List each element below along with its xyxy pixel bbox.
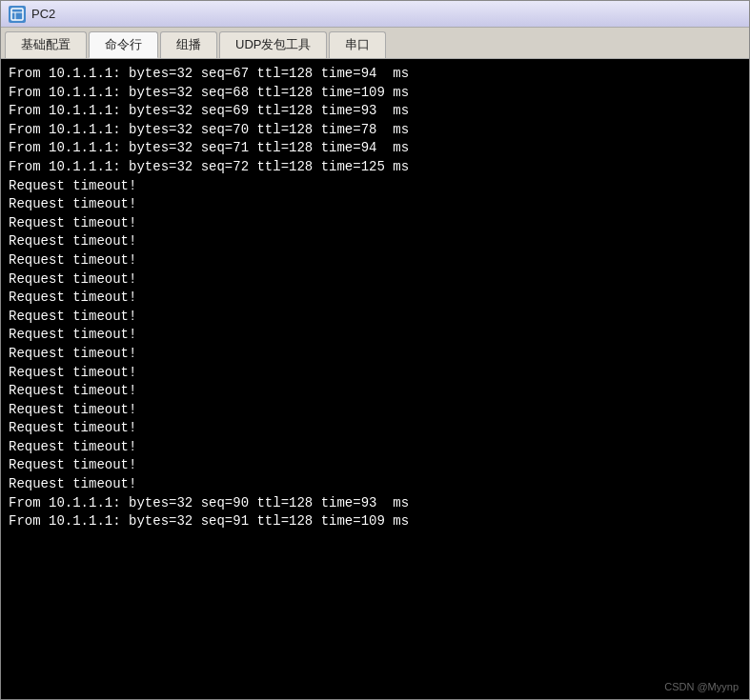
tab-1[interactable]: 命令行 [89, 31, 158, 58]
main-window: PC2 基础配置命令行组播UDP发包工具串口 From 10.1.1.1: by… [0, 0, 750, 700]
terminal-line: Request timeout! [9, 401, 741, 420]
terminal-line: Request timeout! [9, 308, 741, 327]
terminal-line: Request timeout! [9, 270, 741, 290]
tab-3[interactable]: UDP发包工具 [219, 31, 327, 58]
terminal-output[interactable]: From 10.1.1.1: bytes=32 seq=67 ttl=128 t… [1, 59, 749, 699]
svg-rect-0 [11, 9, 23, 20]
terminal-line: Request timeout! [9, 214, 741, 233]
terminal-line: From 10.1.1.1: bytes=32 seq=70 ttl=128 t… [9, 121, 741, 140]
terminal-line: Request timeout! [9, 251, 741, 270]
terminal-line: Request timeout! [9, 382, 741, 401]
terminal-line: From 10.1.1.1: bytes=32 seq=90 ttl=128 t… [9, 494, 741, 513]
terminal-line: From 10.1.1.1: bytes=32 seq=91 ttl=128 t… [9, 512, 741, 531]
title-bar: PC2 [1, 1, 749, 28]
terminal-line: Request timeout! [9, 456, 741, 475]
terminal-line: From 10.1.1.1: bytes=32 seq=69 ttl=128 t… [9, 102, 741, 121]
terminal-line: Request timeout! [9, 177, 741, 196]
terminal-line: Request timeout! [9, 326, 741, 345]
tab-bar: 基础配置命令行组播UDP发包工具串口 [1, 28, 749, 59]
watermark: CSDN @Myynp [664, 681, 739, 692]
terminal-line: From 10.1.1.1: bytes=32 seq=67 ttl=128 t… [9, 65, 741, 84]
tab-4[interactable]: 串口 [329, 31, 386, 58]
window-title: PC2 [31, 7, 55, 21]
terminal-line: From 10.1.1.1: bytes=32 seq=72 ttl=128 t… [9, 158, 741, 177]
terminal-line: Request timeout! [9, 345, 741, 364]
terminal-line: Request timeout! [9, 419, 741, 438]
terminal-line: Request timeout! [9, 289, 741, 308]
terminal-line: Request timeout! [9, 438, 741, 457]
terminal-line: Request timeout! [9, 232, 741, 251]
terminal-line: From 10.1.1.1: bytes=32 seq=68 ttl=128 t… [9, 84, 741, 103]
tab-0[interactable]: 基础配置 [5, 31, 87, 58]
window-icon [9, 6, 26, 23]
terminal-line: Request timeout! [9, 364, 741, 383]
terminal-line: Request timeout! [9, 475, 741, 494]
terminal-line: Request timeout! [9, 195, 741, 214]
tab-2[interactable]: 组播 [160, 31, 217, 58]
terminal-line: From 10.1.1.1: bytes=32 seq=71 ttl=128 t… [9, 139, 741, 158]
